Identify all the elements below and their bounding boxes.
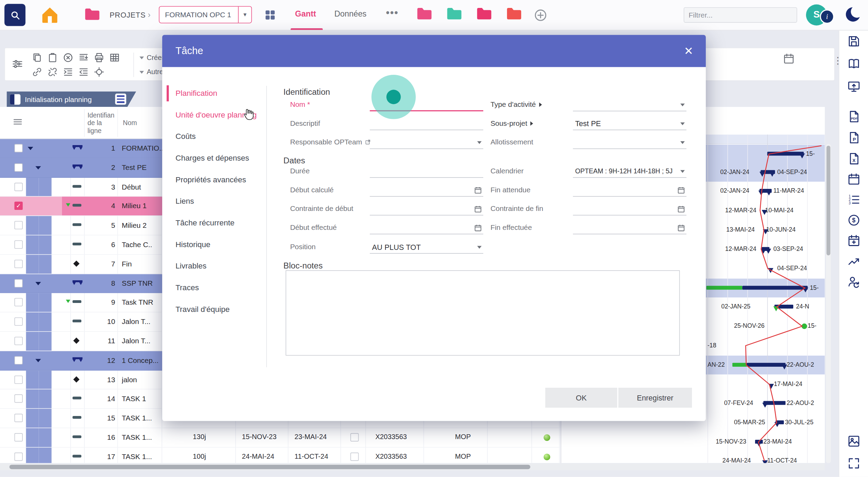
position-select[interactable]: AU PLUS TOT xyxy=(370,242,483,254)
paste-icon[interactable] xyxy=(45,50,60,65)
close-icon[interactable]: ✕ xyxy=(681,44,696,58)
add-view-icon[interactable] xyxy=(534,8,547,24)
image-export-icon[interactable] xyxy=(847,434,861,450)
debut-effectue-input[interactable] xyxy=(370,222,483,234)
row-expand-chevron[interactable] xyxy=(35,166,41,170)
row-flag-checkbox[interactable] xyxy=(350,433,359,442)
contrainte-debut-input[interactable] xyxy=(370,203,483,215)
file-project-icon[interactable]: P xyxy=(847,131,861,147)
row-checkbox[interactable] xyxy=(14,260,23,268)
user-sync-icon[interactable] xyxy=(847,275,861,291)
unlink-icon[interactable] xyxy=(45,65,60,79)
vertical-scrollbar[interactable] xyxy=(826,144,831,463)
screen-share-icon[interactable] xyxy=(847,80,861,96)
copy-icon[interactable] xyxy=(29,50,45,65)
row-expand-chevron[interactable] xyxy=(28,147,33,150)
table-header-menu-icon[interactable] xyxy=(13,118,22,127)
indent-icon[interactable] xyxy=(60,65,76,79)
dialog-menu-item[interactable]: Traces xyxy=(167,277,264,299)
row-checkbox[interactable] xyxy=(14,414,23,422)
row-checkbox[interactable] xyxy=(14,279,23,287)
info-icon[interactable]: i xyxy=(820,9,834,24)
print-icon[interactable] xyxy=(91,50,107,65)
folder-shortcut-icon[interactable] xyxy=(416,7,433,23)
more-tabs-icon[interactable]: ••• xyxy=(386,7,399,19)
tab-donnees[interactable]: Données xyxy=(334,9,366,18)
calendar-icon[interactable] xyxy=(847,172,861,189)
home-icon[interactable] xyxy=(40,5,60,27)
row-checkbox[interactable] xyxy=(14,221,23,230)
calendar-icon[interactable] xyxy=(474,224,482,232)
file-pdf-icon[interactable]: PDF xyxy=(847,110,861,126)
calendar-range-icon[interactable] xyxy=(783,53,795,67)
row-checkbox[interactable] xyxy=(14,453,23,461)
outdent-icon[interactable] xyxy=(76,65,91,79)
row-checkbox[interactable] xyxy=(14,144,23,152)
allotissement-select[interactable] xyxy=(573,137,686,149)
calendar-icon[interactable] xyxy=(677,186,685,194)
search-button[interactable] xyxy=(4,4,25,26)
collapse-rows-icon[interactable] xyxy=(76,50,91,65)
table-row[interactable]: 16TASK 1...130j15-NOV-2323-MAI-24X203356… xyxy=(0,428,560,447)
focus-target-icon[interactable] xyxy=(91,65,107,79)
row-settings-icon[interactable] xyxy=(12,58,23,72)
dialog-menu-item[interactable]: Propriétés avancées xyxy=(167,169,264,191)
row-checkbox[interactable] xyxy=(14,433,23,442)
enregistrer-button[interactable]: Enregistrer xyxy=(618,388,692,408)
duree-input[interactable] xyxy=(370,166,483,178)
row-flag-checkbox[interactable] xyxy=(350,453,359,461)
breadcrumb[interactable]: PROJETS xyxy=(110,11,146,19)
folder-shortcut-icon[interactable] xyxy=(476,7,493,23)
row-checkbox[interactable] xyxy=(14,183,23,191)
row-checkbox[interactable] xyxy=(14,317,23,326)
tab-gantt[interactable]: Gantt xyxy=(295,9,316,18)
horizontal-scrollbar[interactable] xyxy=(0,464,825,470)
contrainte-fin-input[interactable] xyxy=(573,203,686,215)
numbered-list-icon[interactable]: 123 xyxy=(847,193,861,209)
sous-projet-select[interactable]: Test PE xyxy=(573,118,686,130)
progress-chart-icon[interactable] xyxy=(847,254,861,270)
row-checkbox[interactable] xyxy=(14,356,23,364)
type-activite-select[interactable] xyxy=(573,99,686,111)
costs-icon[interactable]: $ xyxy=(847,213,861,230)
folder-shortcut-icon[interactable] xyxy=(446,7,463,23)
link-icon[interactable] xyxy=(29,65,45,79)
row-expand-chevron[interactable] xyxy=(35,359,41,362)
fin-effectuee-input[interactable] xyxy=(573,222,686,234)
calendrier-select[interactable]: OPTEAM : 9H-12H 14H-18H ; 5J xyxy=(573,166,686,178)
calendar-icon[interactable] xyxy=(474,205,482,213)
dialog-menu-item[interactable]: Liens xyxy=(167,191,264,212)
calendar-icon[interactable] xyxy=(677,205,685,213)
fin-attendue-input[interactable] xyxy=(573,184,686,196)
table-row[interactable]: 17TASK 1...100j24-MAI-2411-OCT-24X203356… xyxy=(0,447,560,463)
moon-icon[interactable] xyxy=(844,4,864,27)
row-checkbox[interactable] xyxy=(14,395,23,403)
row-checkbox[interactable]: ✓ xyxy=(14,202,23,210)
descriptif-input[interactable] xyxy=(370,118,483,130)
calendar-add-icon[interactable] xyxy=(847,234,861,250)
calendar-icon[interactable] xyxy=(677,224,685,232)
dialog-menu-item[interactable]: Historique xyxy=(167,234,264,255)
row-expand-chevron[interactable] xyxy=(35,282,41,285)
dialog-menu-item[interactable]: Coûts xyxy=(167,126,264,148)
dialog-menu-item[interactable]: Livrables xyxy=(167,255,264,277)
bloc-notes-textarea[interactable] xyxy=(286,270,680,355)
row-checkbox[interactable] xyxy=(14,375,23,384)
fullscreen-icon[interactable] xyxy=(847,456,861,473)
save-icon[interactable] xyxy=(847,34,861,51)
table-grid-icon[interactable] xyxy=(107,50,122,65)
debut-calcule-input[interactable] xyxy=(370,184,483,196)
row-checkbox[interactable] xyxy=(14,163,23,172)
dialog-menu-item[interactable]: Travail d'équipe xyxy=(167,298,264,320)
dialog-menu-item[interactable]: Charges et dépenses xyxy=(167,147,264,169)
apps-grid-icon[interactable] xyxy=(264,9,276,23)
dialog-menu-item[interactable]: Planification xyxy=(167,82,264,104)
file-excel-icon[interactable]: X xyxy=(847,152,861,168)
responsable-select[interactable] xyxy=(370,137,483,149)
project-select[interactable]: FORMATION OPC 1 ▾ xyxy=(159,6,252,23)
filter-input[interactable] xyxy=(684,7,797,23)
ok-button[interactable]: OK xyxy=(545,388,617,408)
row-checkbox[interactable] xyxy=(14,240,23,248)
folder-shortcut-icon[interactable] xyxy=(506,7,523,23)
book-icon[interactable] xyxy=(847,57,861,73)
